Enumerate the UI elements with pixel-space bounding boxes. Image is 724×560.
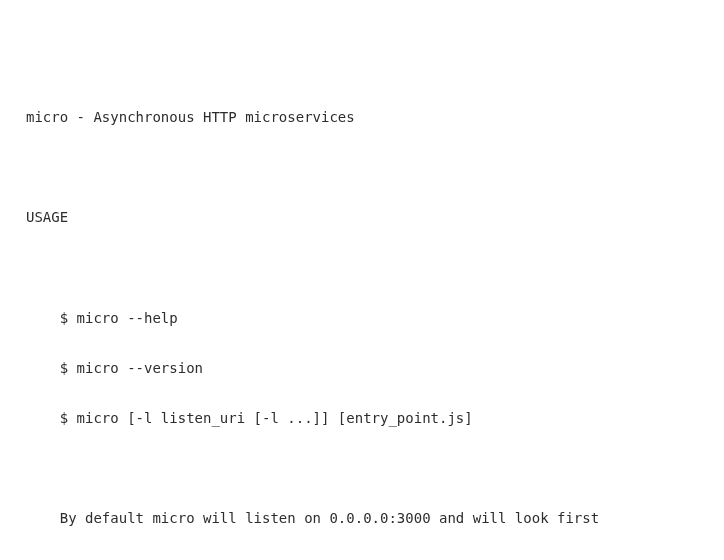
blank [26, 155, 724, 180]
description-line: By default micro will listen on 0.0.0.0:… [26, 506, 724, 531]
blank [26, 456, 724, 481]
description-line: for the "main" property in package.json … [26, 556, 724, 560]
usage-version: $ micro --version [26, 356, 724, 381]
usage-header: USAGE [26, 205, 724, 230]
usage-help: $ micro --help [26, 306, 724, 331]
help-title: micro - Asynchronous HTTP microservices [26, 105, 724, 130]
blank [26, 255, 724, 280]
usage-listen: $ micro [-l listen_uri [-l ...]] [entry_… [26, 406, 724, 431]
